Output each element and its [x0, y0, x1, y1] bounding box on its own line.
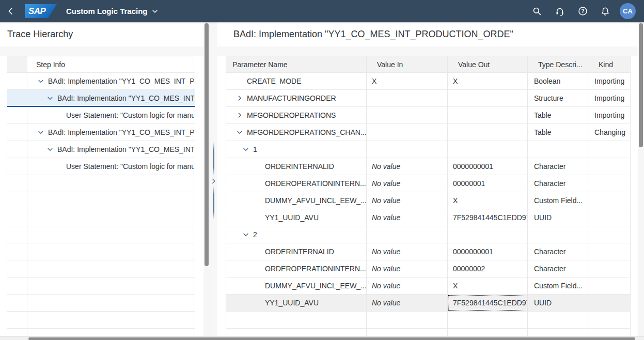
tree-row[interactable]: BAdI: Implementation "YY1_CO_MES_INT_ [7, 141, 195, 158]
kind-column-header[interactable]: Kind [588, 56, 631, 72]
tree-expander-icon[interactable] [242, 145, 250, 153]
tree-row[interactable] [7, 209, 195, 226]
value-out-cell[interactable] [448, 312, 528, 328]
chevron-right-icon [211, 178, 216, 184]
row-selector-cell[interactable] [7, 277, 27, 294]
tree-row[interactable] [7, 312, 195, 329]
value-out-cell[interactable] [448, 226, 528, 243]
tree-row[interactable]: BAdI: Implementation "YY1_CO_MES_INT_ [7, 90, 195, 107]
tree-expander-icon[interactable] [37, 77, 45, 85]
row-selector-cell[interactable] [7, 158, 27, 175]
param-row[interactable]: ORDERINTERNALID No value 0000000001 Char… [226, 158, 631, 175]
tree-expander-icon[interactable] [37, 128, 45, 136]
search-button[interactable] [526, 0, 548, 22]
tree-expander-icon[interactable] [235, 128, 244, 136]
row-selector-cell[interactable] [7, 312, 27, 328]
value-out-cell[interactable]: 00000001 [448, 175, 528, 192]
param-row[interactable] [226, 329, 631, 336]
value-out-cell[interactable] [448, 329, 528, 336]
row-selector-cell[interactable] [7, 107, 27, 123]
param-row[interactable]: ORDEROPERATIONINTERN... No value 0000000… [226, 175, 631, 192]
param-row[interactable]: MFGORDEROPERATIONS Table Importing [226, 107, 631, 124]
tree-expander-icon[interactable] [235, 111, 244, 119]
param-row[interactable] [226, 312, 631, 329]
support-button[interactable] [548, 0, 571, 22]
tree-row[interactable] [7, 329, 195, 336]
row-selector-cell[interactable] [7, 124, 27, 141]
param-row[interactable]: CREATE_MODE X X Boolean Importing [226, 73, 631, 90]
right-scrollbar-thumb[interactable] [639, 23, 643, 147]
tree-expander-icon[interactable] [242, 230, 250, 239]
value-out-cell[interactable]: 00000002 [448, 260, 528, 277]
back-button[interactable] [0, 0, 21, 22]
left-panel-scrollbar[interactable] [203, 22, 210, 336]
tree-row[interactable]: BAdI: Implementation "YY1_CO_MES_INT_PR [7, 73, 195, 90]
row-selector-cell[interactable] [7, 141, 27, 158]
param-row[interactable]: YY1_UUID_AVU No value 7F529841445C1EDD97… [226, 295, 631, 312]
value-out-cell[interactable]: 7F529841445C1EDD97 [448, 295, 528, 311]
tree-row[interactable] [7, 260, 195, 277]
row-selector-cell[interactable] [7, 175, 27, 192]
tree-row[interactable] [7, 277, 195, 295]
value-out-cell[interactable] [448, 107, 528, 123]
value-out-cell[interactable] [448, 141, 528, 158]
horizontal-scrollbar-thumb[interactable] [28, 337, 635, 340]
param-row[interactable]: DUMMY_AFVU_INCL_EEW_... No value X Custo… [226, 277, 631, 295]
help-button[interactable]: ? [571, 0, 594, 22]
tree-row[interactable] [7, 243, 195, 260]
tree-row[interactable] [7, 226, 195, 243]
value-out-cell[interactable] [448, 90, 528, 106]
tree-row[interactable] [7, 295, 195, 312]
row-selector-cell[interactable] [7, 73, 27, 89]
tree-row[interactable]: BAdI: Implementation "YY1_CO_MES_INT_PR [7, 124, 195, 141]
value-out-column-header[interactable]: Value Out [448, 56, 528, 72]
value-out-cell[interactable] [448, 124, 528, 141]
value-out-cell[interactable]: 0000000001 [448, 158, 528, 175]
tree-expander-icon[interactable] [235, 94, 244, 102]
panel-splitter[interactable] [210, 22, 217, 336]
avatar[interactable]: CA [620, 3, 636, 19]
value-out-cell[interactable]: 7F529841445C1EDD97 [448, 209, 528, 226]
row-selector-cell[interactable] [7, 295, 27, 311]
selection-column-header[interactable] [7, 56, 27, 72]
row-selector-cell[interactable] [7, 90, 27, 106]
param-row[interactable]: 2 [226, 226, 631, 243]
tree-row[interactable]: User Statement: "Custom logic for manu [7, 158, 195, 175]
row-selector-cell[interactable] [7, 226, 27, 243]
tree-expander-icon[interactable] [46, 145, 54, 153]
row-selector-cell[interactable] [7, 192, 27, 209]
param-row[interactable]: 1 [226, 141, 631, 158]
param-row[interactable]: MFGORDEROPERATIONS_CHAN... Table Changin… [226, 124, 631, 141]
row-selector-cell[interactable] [7, 209, 27, 226]
value-out-cell[interactable]: X [448, 277, 528, 294]
param-row[interactable]: YY1_UUID_AVU No value 7F529841445C1EDD97… [226, 209, 631, 226]
trace-table-rows: BAdI: Implementation "YY1_CO_MES_INT_PR … [7, 73, 195, 336]
tree-row[interactable] [7, 175, 195, 192]
row-selector-cell[interactable] [7, 260, 27, 277]
step-info-column-header[interactable]: Step Info [27, 56, 194, 72]
tree-row[interactable] [7, 192, 195, 209]
detail-panel-scrollbar[interactable] [638, 22, 644, 336]
horizontal-scrollbar[interactable] [0, 336, 644, 340]
notifications-button[interactable] [594, 0, 617, 22]
collapse-panel-button[interactable] [210, 176, 217, 186]
param-row[interactable]: DUMMY_AFVU_INCL_EEW_... No value X Custo… [226, 192, 631, 209]
tree-expander-icon[interactable] [46, 94, 54, 102]
tree-row[interactable]: User Statement: "Custom logic for manu [7, 107, 195, 124]
row-selector-cell[interactable] [7, 243, 27, 260]
row-selector-cell[interactable] [7, 329, 27, 336]
type-description-column-header[interactable]: Type Descri... [528, 56, 588, 72]
value-out-cell[interactable]: X [448, 73, 528, 89]
left-scrollbar-thumb[interactable] [205, 23, 209, 266]
value-out-cell[interactable]: X [448, 192, 528, 209]
value-out-cell[interactable]: 0000000001 [448, 243, 528, 260]
parameter-name-cell: 2 [226, 226, 367, 243]
app-title-menu[interactable]: Custom Logic Tracing [66, 7, 158, 16]
parameters-header-row: Parameter Name Value In Value Out Type D… [226, 56, 631, 73]
value-in-column-header[interactable]: Value In [367, 56, 448, 72]
param-row[interactable]: ORDEROPERATIONINTERN... No value 0000000… [226, 260, 631, 277]
parameter-name-column-header[interactable]: Parameter Name [226, 56, 367, 72]
param-row[interactable]: ORDERINTERNALID No value 0000000001 Char… [226, 243, 631, 260]
parameter-name-text: 1 [253, 145, 257, 153]
param-row[interactable]: MANUFACTURINGORDER Structure Importing [226, 90, 631, 107]
